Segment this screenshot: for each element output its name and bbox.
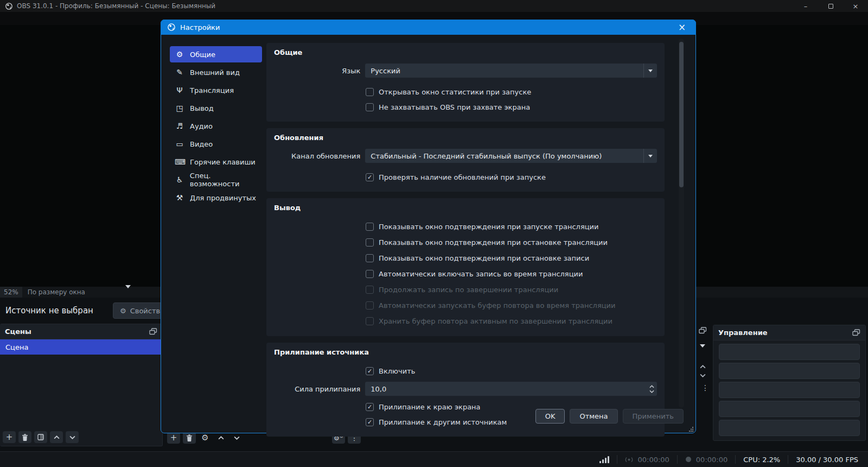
menu-item[interactable] <box>81 12 98 25</box>
settings-nav-item[interactable]: ◳ Вывод <box>170 100 262 116</box>
maximize-button[interactable] <box>818 0 843 12</box>
checkbox-row[interactable]: Проверять наличие обновлений при запуске <box>366 169 657 185</box>
gear-icon: ⚙ <box>201 433 208 443</box>
checkbox-icon[interactable] <box>366 317 374 325</box>
settings-nav-item[interactable]: ♬ Аудио <box>170 118 262 134</box>
add-scene-button[interactable]: + <box>3 431 16 443</box>
control-button[interactable] <box>719 344 860 360</box>
dialog-scrollbar[interactable] <box>679 39 684 408</box>
menu-item[interactable] <box>65 12 81 25</box>
scene-list-item[interactable]: Сцена <box>0 339 162 355</box>
checkbox-icon[interactable] <box>366 286 374 294</box>
add-source-button[interactable]: + <box>167 432 180 444</box>
apply-button[interactable]: Применить <box>623 409 684 424</box>
settings-nav-item[interactable]: ⚒ Для продвинутых <box>170 190 262 206</box>
checkbox-row[interactable]: Открывать окно статистики при запуске <box>366 84 657 99</box>
spinner-down-icon[interactable] <box>649 390 654 393</box>
remove-source-button[interactable] <box>183 432 196 444</box>
language-select[interactable]: Русский <box>365 64 657 78</box>
menu-item[interactable] <box>98 12 114 25</box>
checkbox-icon[interactable] <box>366 238 374 247</box>
settings-nav-item[interactable]: ♿ Спец. возможности <box>170 172 262 188</box>
chevron-down-icon[interactable] <box>125 288 131 296</box>
scene-up-button[interactable] <box>50 431 63 443</box>
control-button[interactable] <box>719 401 860 417</box>
remove-scene-button[interactable] <box>18 431 31 443</box>
source-properties-button[interactable]: ⚙ <box>199 432 212 444</box>
snap-strength-input[interactable]: 10,0 <box>365 382 657 396</box>
checkbox-icon[interactable] <box>366 223 374 231</box>
chevron-down-icon[interactable] <box>700 374 706 377</box>
scene-down-button[interactable] <box>66 431 79 443</box>
menu-item[interactable] <box>0 12 16 25</box>
popout-icon[interactable] <box>149 328 157 335</box>
chevron-down-icon <box>648 70 653 72</box>
checkbox-icon[interactable] <box>366 254 374 262</box>
checkbox-label: Показывать окно подтверждения при остано… <box>379 238 608 247</box>
checkbox-row[interactable]: Автоматически запускать буфер повтора во… <box>366 298 657 313</box>
chevron-down-icon[interactable] <box>700 348 705 356</box>
checkbox-icon[interactable] <box>366 173 374 181</box>
chevron-up-icon[interactable] <box>700 365 706 369</box>
close-button[interactable]: × <box>843 0 868 12</box>
settings-nav-item[interactable]: ⌨ Горячие клавиши <box>170 154 262 170</box>
nav-label: Для продвинутых <box>190 194 256 202</box>
menu-item[interactable] <box>16 12 33 25</box>
chevron-down-icon <box>69 436 75 439</box>
menu-item[interactable] <box>33 12 49 25</box>
zoom-mode-select[interactable]: По размеру окна <box>28 288 85 296</box>
menu-item[interactable] <box>114 12 130 25</box>
record-dot-icon <box>685 456 692 463</box>
no-source-label: Источник не выбран <box>5 306 93 315</box>
checkbox-label: Показывать окно подтверждения при остано… <box>379 254 589 262</box>
zoom-level: 52% <box>0 287 22 298</box>
checkbox-row[interactable]: Не захватывать OBS при захвате экрана <box>366 99 657 115</box>
ok-button[interactable]: OK <box>535 409 565 424</box>
popout-icon[interactable] <box>699 327 707 334</box>
maximize-icon <box>828 4 833 9</box>
scenes-dock-header[interactable]: Сцены <box>0 324 162 339</box>
resize-grip-icon[interactable] <box>688 426 694 432</box>
checkbox-row[interactable]: Показывать окно подтверждения при запуск… <box>366 219 657 235</box>
cpu-usage: CPU: 2.2% <box>743 456 780 464</box>
update-channel-select[interactable]: Стабильный - Последний стабильный выпуск… <box>365 149 657 163</box>
dialog-titlebar[interactable]: Настройки × <box>161 20 696 35</box>
checkbox-icon[interactable] <box>366 301 374 310</box>
popout-icon[interactable] <box>852 329 860 336</box>
window-title: OBS 31.0.1 - Профиль: Безымянный - Сцены… <box>17 2 215 10</box>
checkbox-row[interactable]: Показывать окно подтверждения при остано… <box>366 235 657 250</box>
control-button[interactable] <box>719 363 860 379</box>
menu-item[interactable] <box>49 12 65 25</box>
checkbox-icon[interactable] <box>366 367 374 375</box>
accessibility-icon: ♿ <box>175 175 184 184</box>
checkbox-row[interactable]: Автоматически включать запись во время т… <box>366 266 657 282</box>
dialog-close-button[interactable]: × <box>674 20 690 35</box>
settings-nav-item[interactable]: ⚙ Общие <box>170 46 262 62</box>
spinner-up-icon[interactable] <box>649 385 654 388</box>
checkbox-row[interactable]: Показывать окно подтверждения при остано… <box>366 250 657 266</box>
checkbox-icon[interactable] <box>366 88 374 96</box>
checkbox-row[interactable]: Включить <box>366 363 657 378</box>
minimize-button[interactable]: – <box>793 0 818 12</box>
checkbox-icon[interactable] <box>366 103 374 111</box>
settings-content: Общие Язык Русский Открывать окно статис… <box>266 43 665 443</box>
settings-nav-item[interactable]: ✎ Внешний вид <box>170 64 262 80</box>
settings-nav-item[interactable]: ▭ Видео <box>170 136 262 152</box>
control-button[interactable] <box>719 382 860 398</box>
scene-filters-button[interactable] <box>34 431 47 443</box>
checkbox-row[interactable]: Хранить буфер повтора активным по заверш… <box>366 313 657 329</box>
controls-dock-header[interactable]: Управление <box>713 325 865 340</box>
scrollbar-thumb[interactable] <box>679 42 684 187</box>
source-up-button[interactable] <box>214 432 227 444</box>
checkbox-label: Автоматически запускать буфер повтора во… <box>379 301 615 310</box>
dialog-footer: OK Отмена Применить <box>535 409 684 424</box>
checkbox-row[interactable]: Продолжать запись по завершении трансляц… <box>366 282 657 298</box>
checkbox-icon[interactable] <box>366 403 374 411</box>
settings-nav-item[interactable]: Ψ Трансляция <box>170 82 262 98</box>
checkbox-icon[interactable] <box>366 270 374 278</box>
control-button[interactable] <box>719 420 860 436</box>
cancel-button[interactable]: Отмена <box>570 409 617 424</box>
kebab-menu-icon[interactable]: ⋮ <box>701 383 709 392</box>
checkbox-icon[interactable] <box>366 418 374 426</box>
source-down-button[interactable] <box>230 432 243 444</box>
